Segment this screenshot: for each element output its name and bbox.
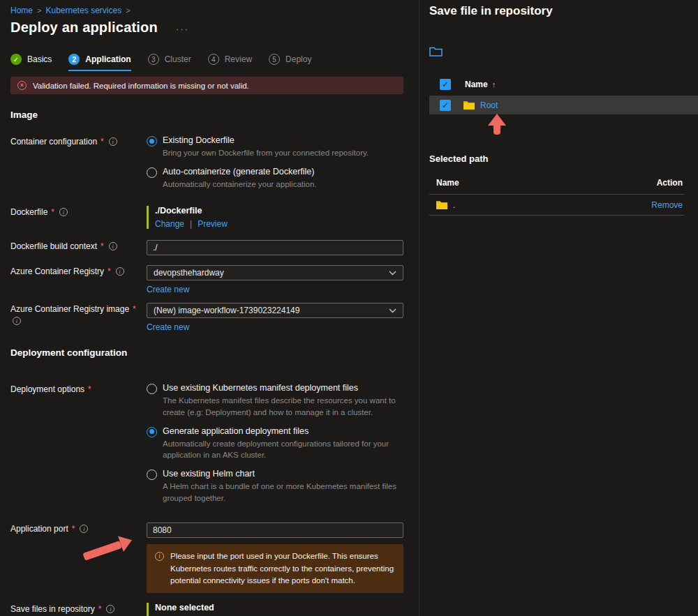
select-all-checkbox[interactable]: ✓ (440, 79, 451, 90)
required-marker: * (101, 137, 104, 147)
new-folder-icon[interactable] (429, 46, 443, 57)
tab-deploy[interactable]: 5 Deploy (269, 54, 311, 71)
dockerfile-selection: ./Dockerfile Change | Preview (147, 206, 403, 229)
preview-link[interactable]: Preview (198, 219, 228, 229)
info-icon[interactable]: i (109, 242, 117, 250)
info-icon[interactable]: i (13, 317, 21, 325)
error-banner-text: Validation failed. Required information … (33, 82, 249, 90)
info-icon[interactable]: i (80, 525, 88, 533)
folder-icon (436, 200, 447, 209)
divider (429, 215, 684, 216)
acr-image-selected-value: (New) image-workflow-1739023224149 (154, 306, 299, 315)
tab-label: Application (85, 54, 131, 64)
field-label: Application port* i (10, 523, 147, 534)
build-context-input[interactable] (147, 240, 403, 255)
required-marker: * (51, 207, 54, 217)
more-menu-icon[interactable]: ··· (176, 24, 189, 34)
check-icon: ✓ (10, 54, 22, 65)
action-column-header: Action (657, 178, 683, 188)
breadcrumb-kubernetes-services-link[interactable]: Kubernetes services (45, 6, 121, 15)
application-port-input[interactable] (147, 523, 403, 538)
radio-existing-manifest[interactable]: Use existing Kubernetes manifest deploym… (147, 383, 403, 418)
save-files-selection: None selected Select (147, 603, 403, 616)
tab-label: Deploy (285, 54, 311, 64)
step-number-icon: 3 (148, 54, 159, 65)
required-marker: * (133, 304, 136, 314)
radio-icon (147, 384, 157, 394)
radio-label: Use existing Helm chart (163, 469, 403, 479)
deploy-wizard-panel: Home > Kubernetes services > Deploy an a… (0, 0, 419, 616)
folder-icon (463, 100, 475, 110)
deployment-options-row: Deployment options* Use existing Kuberne… (10, 383, 403, 511)
tab-cluster[interactable]: 3 Cluster (148, 54, 191, 71)
acr-row: Azure Container Registry* i devopsthehar… (10, 265, 403, 294)
radio-existing-dockerfile[interactable]: Existing Dockerfile Bring your own Docke… (147, 135, 403, 159)
selected-path-row: . Remove (429, 195, 684, 215)
radio-description: Automatically create deployment configur… (163, 438, 403, 461)
port-warning-text: Please input the port used in your Docke… (170, 550, 395, 587)
save-files-row: Save files in repository* i None selecte… (10, 603, 403, 616)
dockerfile-row: Dockerfile* i ./Dockerfile Change | Prev… (10, 206, 403, 229)
radio-label: Use existing Kubernetes manifest deploym… (163, 383, 403, 393)
page-header: Deploy an application ··· (10, 20, 403, 36)
row-checkbox[interactable]: ✓ (440, 100, 451, 111)
wizard-tabs: ✓ Basics 2 Application 3 Cluster 4 Revie… (10, 54, 403, 71)
section-heading-image: Image (10, 110, 403, 120)
required-marker: * (98, 604, 102, 614)
page-title: Deploy an application (10, 20, 158, 36)
radio-description: A Helm chart is a bundle of one or more … (163, 481, 403, 504)
radio-generate-deployment-files[interactable]: Generate application deployment files Au… (147, 426, 403, 461)
annotation-arrow-root-folder (488, 114, 506, 135)
folder-name: Root (480, 100, 498, 110)
field-label: Container configuration* i (10, 135, 147, 147)
acr-image-select[interactable]: (New) image-workflow-1739023224149 (147, 303, 403, 318)
validation-error-banner: × Validation failed. Required informatio… (10, 77, 403, 94)
info-icon[interactable]: i (106, 605, 114, 613)
save-files-status: None selected (155, 603, 403, 613)
tab-review[interactable]: 4 Review (208, 54, 252, 71)
radio-label: Generate application deployment files (163, 426, 403, 436)
change-link[interactable]: Change (155, 219, 184, 229)
info-icon[interactable]: i (109, 137, 117, 146)
acr-image-create-new-link[interactable]: Create new (147, 322, 189, 332)
warning-icon: i (155, 552, 164, 561)
tab-basics[interactable]: ✓ Basics (10, 54, 52, 71)
step-number-icon: 4 (208, 54, 219, 65)
radio-existing-helm-chart[interactable]: Use existing Helm chart A Helm chart is … (147, 469, 403, 504)
app-root: Home > Kubernetes services > Deploy an a… (0, 0, 698, 616)
section-heading-deployment: Deployment configuration (10, 347, 403, 358)
radio-description: The Kubernetes manifest files describe t… (163, 395, 403, 418)
tab-label: Cluster (165, 54, 191, 64)
chevron-down-icon (389, 308, 396, 313)
tab-label: Basics (27, 54, 52, 64)
radio-description: Bring your own Dockerfile from your conn… (163, 147, 369, 159)
radio-icon (147, 136, 157, 147)
breadcrumb: Home > Kubernetes services > (10, 6, 403, 15)
info-icon[interactable]: i (59, 208, 68, 216)
panel-title: Save file in repository (429, 4, 684, 18)
radio-icon (147, 167, 157, 178)
selected-path-table: Name Action . Remove (429, 178, 684, 216)
port-warning-banner: i Please input the port used in your Doc… (147, 544, 403, 593)
required-marker: * (107, 266, 111, 276)
acr-select[interactable]: devopsthehardway (147, 265, 403, 280)
step-number-icon: 5 (269, 54, 280, 65)
field-label: Deployment options* (10, 383, 147, 394)
info-icon[interactable]: i (116, 267, 124, 276)
save-file-repository-panel: Save file in repository ✓ Name↑ ✓ Root S… (419, 0, 698, 616)
remove-link[interactable]: Remove (651, 200, 683, 210)
tab-application[interactable]: 2 Application (68, 54, 131, 71)
acr-selected-value: devopsthehardway (154, 268, 224, 278)
radio-label: Existing Dockerfile (163, 135, 369, 145)
radio-auto-containerize[interactable]: Auto-containerize (generate Dockerfile) … (147, 167, 403, 190)
radio-label: Auto-containerize (generate Dockerfile) (163, 167, 317, 176)
arrow-head (488, 114, 506, 126)
tree-row-root[interactable]: ✓ Root (429, 96, 698, 114)
tree-header-row: ✓ Name↑ (429, 78, 684, 91)
acr-create-new-link[interactable]: Create new (147, 285, 189, 294)
breadcrumb-home-link[interactable]: Home (10, 6, 33, 15)
acr-image-row: Azure Container Registry image* i (New) … (10, 303, 403, 332)
required-marker: * (101, 241, 104, 251)
name-column-header[interactable]: Name↑ (465, 80, 496, 89)
chevron-down-icon (389, 271, 396, 276)
